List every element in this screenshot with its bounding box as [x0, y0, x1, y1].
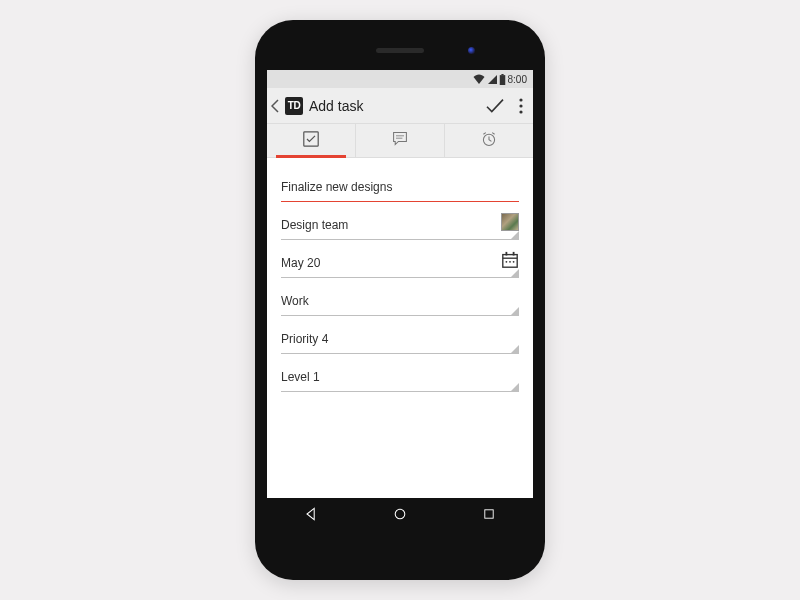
priority-field[interactable]: Priority 4: [281, 324, 519, 354]
tab-task[interactable]: [267, 124, 355, 157]
confirm-button[interactable]: [481, 94, 509, 118]
svg-point-15: [513, 261, 515, 263]
svg-point-14: [509, 261, 511, 263]
wifi-icon: [473, 74, 485, 84]
task-name-input[interactable]: Finalize new designs: [281, 172, 519, 202]
date-value: May 20: [281, 256, 320, 270]
dropdown-corner-icon: [511, 345, 519, 353]
app-logo: TD: [285, 97, 303, 115]
svg-rect-17: [484, 510, 492, 518]
back-button[interactable]: [271, 99, 279, 113]
battery-icon: [499, 74, 506, 85]
phone-speaker: [376, 48, 424, 53]
assignee-field[interactable]: Design team: [281, 210, 519, 240]
nav-back-button[interactable]: [291, 506, 331, 522]
svg-point-4: [519, 110, 522, 113]
screen: 8:00 TD Add task: [267, 70, 533, 530]
project-field[interactable]: Work: [281, 286, 519, 316]
task-name-value: Finalize new designs: [281, 180, 392, 194]
status-clock: 8:00: [508, 74, 527, 85]
assignee-value: Design team: [281, 218, 348, 232]
page-title: Add task: [309, 98, 475, 114]
phone-camera: [468, 47, 475, 54]
svg-point-2: [519, 98, 522, 101]
level-field[interactable]: Level 1: [281, 362, 519, 392]
date-field[interactable]: May 20: [281, 248, 519, 278]
status-bar: 8:00: [267, 70, 533, 88]
svg-point-13: [506, 261, 508, 263]
app-bar: TD Add task: [267, 88, 533, 124]
android-nav-bar: [267, 498, 533, 530]
nav-home-button[interactable]: [380, 506, 420, 522]
phone-frame: 8:00 TD Add task: [255, 20, 545, 580]
svg-rect-1: [501, 74, 503, 75]
dropdown-corner-icon: [511, 383, 519, 391]
priority-value: Priority 4: [281, 332, 328, 346]
tab-comment[interactable]: [355, 124, 444, 157]
dropdown-corner-icon: [511, 307, 519, 315]
dropdown-corner-icon: [511, 231, 519, 239]
tab-reminder[interactable]: [444, 124, 533, 157]
svg-point-3: [519, 104, 522, 107]
alarm-icon: [481, 131, 497, 151]
svg-rect-12: [513, 252, 515, 256]
tab-bar: [267, 124, 533, 158]
nav-recent-button[interactable]: [469, 507, 509, 521]
svg-rect-11: [506, 252, 508, 256]
assignee-avatar: [501, 213, 519, 231]
project-value: Work: [281, 294, 309, 308]
calendar-icon: [501, 251, 519, 272]
svg-point-16: [395, 509, 405, 519]
form-content: Finalize new designs Design team May 20 …: [267, 158, 533, 498]
overflow-menu-button[interactable]: [515, 94, 527, 118]
task-checkbox-icon: [303, 131, 319, 151]
signal-icon: [487, 74, 497, 84]
svg-rect-0: [499, 75, 505, 85]
comment-icon: [392, 131, 408, 151]
level-value: Level 1: [281, 370, 320, 384]
